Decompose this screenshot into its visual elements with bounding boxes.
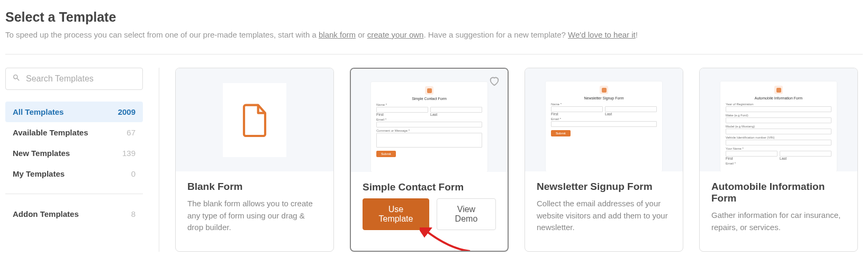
card-description: Gather information for car insurance, re… [711, 209, 846, 233]
form-preview: Newsletter Signup Form Name * FirstLast … [546, 81, 662, 171]
filter-label: All Templates [13, 107, 64, 116]
card-body: Simple Contact Form Use Template View De… [351, 172, 508, 251]
template-card-automobile[interactable]: Automobile Information Form Year of Regi… [699, 68, 858, 252]
form-preview: Automobile Information Form Year of Regi… [720, 81, 837, 171]
card-preview: Simple Contact Form Name * FirstLast Ema… [351, 69, 508, 172]
filter-addon-templates[interactable]: Addon Templates 8 [5, 204, 143, 224]
page-title: Select a Template [5, 10, 863, 25]
search-box[interactable] [5, 68, 143, 90]
intro-text: To speed up the process you can select f… [5, 30, 863, 39]
card-body: Automobile Information Form Gather infor… [700, 171, 857, 251]
preview-icon [600, 86, 608, 94]
card-description: Collect the email addresses of your webs… [537, 198, 671, 234]
card-body: Blank Form The blank form allows you to … [176, 171, 333, 251]
template-card-contact[interactable]: Simple Contact Form Name * FirstLast Ema… [350, 68, 509, 252]
filter-label: My Templates [13, 169, 65, 178]
card-title: Blank Form [187, 181, 322, 193]
sidebar: All Templates 2009 Available Templates 6… [5, 68, 143, 252]
filter-label: Addon Templates [13, 209, 79, 218]
filter-count: 8 [131, 209, 135, 218]
filter-my-templates[interactable]: My Templates 0 [5, 163, 143, 184]
card-body: Newsletter Signup Form Collect the email… [525, 171, 683, 251]
favorite-icon[interactable] [489, 75, 500, 89]
preview-icon [774, 86, 783, 94]
search-input[interactable] [26, 74, 136, 84]
preview-icon [425, 86, 433, 95]
blank-form-link[interactable]: blank form [319, 30, 356, 39]
filter-label: New Templates [13, 149, 70, 158]
addon-list: Addon Templates 8 [5, 204, 143, 224]
filter-count: 0 [131, 169, 135, 178]
filter-count: 2009 [118, 107, 135, 116]
card-description: The blank form allows you to create any … [187, 198, 322, 234]
suggest-link[interactable]: We'd love to hear it [568, 30, 636, 39]
filter-available-templates[interactable]: Available Templates 67 [5, 122, 143, 143]
card-preview: Automobile Information Form Year of Regi… [700, 68, 857, 171]
filter-count: 67 [126, 128, 135, 137]
template-card-newsletter[interactable]: Newsletter Signup Form Name * FirstLast … [525, 68, 683, 252]
card-preview [176, 68, 333, 171]
form-preview: Simple Contact Form Name * FirstLast Ema… [371, 82, 487, 172]
template-card-blank[interactable]: Blank Form The blank form allows you to … [175, 68, 334, 252]
filter-all-templates[interactable]: All Templates 2009 [5, 102, 143, 122]
view-demo-button[interactable]: View Demo [437, 198, 496, 230]
card-title: Automobile Information Form [711, 181, 846, 204]
blank-sheet [223, 83, 286, 157]
card-preview: Newsletter Signup Form Name * FirstLast … [525, 68, 683, 171]
file-icon [241, 103, 268, 137]
card-title: Simple Contact Form [363, 181, 496, 193]
divider [5, 194, 143, 194]
filter-label: Available Templates [13, 128, 88, 137]
card-title: Newsletter Signup Form [537, 181, 671, 193]
filter-new-templates[interactable]: New Templates 139 [5, 143, 143, 163]
filter-list: All Templates 2009 Available Templates 6… [5, 102, 143, 184]
search-icon [12, 74, 21, 84]
create-own-link[interactable]: create your own [367, 30, 424, 39]
use-template-button[interactable]: Use Template [363, 198, 429, 230]
divider [5, 54, 863, 54]
template-grid: Blank Form The blank form allows you to … [159, 68, 863, 252]
filter-count: 139 [122, 149, 135, 158]
